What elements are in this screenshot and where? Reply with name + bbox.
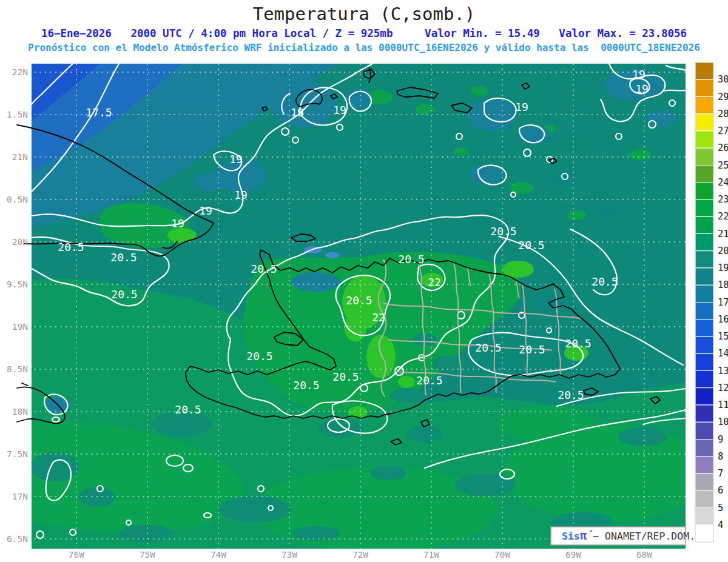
contour-label: 20.5 [518,239,544,252]
colorbar-segment [695,251,713,268]
lat-tick-label: 20N [12,237,28,247]
colorbar-tick-label: 30 [718,74,728,85]
colorbar-segment [695,114,713,131]
lat-tick-label: 6.5N [7,534,28,544]
contour-label: 20.5 [416,374,442,387]
colorbar-tick-label: 5 [718,503,723,513]
colorbar-tick-label: 19 [718,263,728,273]
colorbar-segment [695,234,713,251]
temperature-map: 17.519191919191919191920.520.520.520.520… [0,0,728,562]
contour-label: 19 [229,153,243,166]
colorbar-segment [695,216,713,233]
contour-label: 20.5 [558,389,584,401]
colorbar-tick-label: 16 [718,314,728,325]
lon-tick-label: 74W [211,550,226,560]
subtitle-model-info: Pronóstico con el Modelo Atmósferico WRF… [0,42,728,53]
colorbar: 3029282726252423222120191817161514131211… [695,62,728,542]
contour-label: 20.5 [565,337,591,350]
lon-tick-label: 72W [352,550,368,560]
lon-tick-label: 75W [140,550,155,560]
lat-tick-label: 8.5N [7,364,28,374]
contour-label: 20.5 [110,251,136,264]
lon-tick-label: 68W [636,550,652,560]
lat-tick-label: 9.5N [7,279,28,289]
svg-text:Sisπ́ − ONAMET/REP.DOM.: Sisπ́ − ONAMET/REP.DOM. [562,529,695,542]
colorbar-tick-label: 15 [718,331,728,342]
lon-tick-label: 70W [494,550,510,560]
colorbar-tick-label: 22 [718,211,728,222]
contour-label: 19 [632,68,645,81]
page-title: Temperatura (C,somb.) [0,4,728,24]
contour-label: 20.5 [293,379,319,392]
colorbar-segment [695,457,713,473]
colorbar-segment [695,268,713,285]
colorbar-tick-label: 10 [718,416,728,427]
colorbar-tick-label: 13 [718,366,728,376]
colorbar-tick-label: 18 [718,279,728,290]
contour-label: 20.5 [475,341,501,354]
contour-label: 20.5 [519,343,545,356]
colorbar-tick-label: 21 [718,229,728,239]
lat-tick-label: 0.5N [7,195,28,204]
colorbar-tick-label: 7 [718,468,723,479]
colorbar-segment [695,405,713,422]
contour-label: 20.5 [58,241,84,253]
lon-tick-label: 76W [69,550,84,560]
brand-text: Sis [562,530,580,542]
colorbar-segment [695,508,713,525]
colorbar-segment [695,388,713,405]
lon-tick-label: 69W [565,550,581,560]
contour-label: 19 [333,104,346,116]
colorbar-segment [695,148,713,165]
contour-label: 20.5 [398,253,424,266]
colorbar-tick-label: 28 [718,109,728,119]
colorbar-tick-label: 24 [718,177,728,188]
colorbar-segment [695,353,713,370]
shaded-field [30,64,710,552]
contour-label: 20.5 [251,263,277,275]
colorbar-segment [695,371,713,388]
subtitle-datetime-minmax: 16−Ene−2026 2000 UTC / 4:00 pm Hora Loca… [0,27,728,39]
lat-tick-label: 22N [12,67,28,77]
contour-label: 20.5 [346,294,372,307]
badge-dash: − [593,530,599,542]
contour-label: 19 [291,106,304,119]
colorbar-segment [695,336,713,353]
lat-tick-label: 19N [12,322,28,332]
contour-label: 22 [372,311,385,324]
colorbar-tick-label: 9 [718,434,723,445]
colorbar-segment [695,285,713,302]
lat-tick-label: 1.5N [7,110,28,119]
colorbar-tick-label: 8 [718,451,723,462]
contour-label: 19 [199,204,212,217]
colorbar-segment [695,97,713,114]
contour-label: 19 [635,82,649,95]
contour-label: 19 [234,189,248,201]
colorbar-segment [695,440,713,457]
colorbar-tick-label: 14 [718,348,728,359]
contour-label: 20.5 [592,275,618,288]
colorbar-segment [695,199,713,216]
colorbar-segment [695,303,713,319]
org-text: ONAMET/REP.DOM. [605,530,695,542]
colorbar-segment [695,319,713,336]
contour-label: 19 [515,101,528,113]
colorbar-tick-label: 6 [718,485,723,496]
contour-label: 20.5 [111,288,137,301]
colorbar-segment [695,422,713,439]
contour-label: 20.5 [246,350,272,363]
contour-label: 19 [171,217,184,230]
contour-label: 20.5 [332,370,359,383]
lon-tick-label: 73W [281,550,297,560]
lat-tick-label: 21N [12,152,28,162]
lat-tick-label: 7.5N [7,449,28,459]
lat-tick-label: 17N [12,492,28,501]
contour-label: 20.5 [175,403,201,416]
colorbar-tick-label: 11 [718,400,728,410]
colorbar-tick-label: 12 [718,383,728,393]
attribution-badge: Sisπ́ − ONAMET/REP.DOM. [551,527,695,545]
colorbar-segment [695,525,713,542]
lat-tick-label: 18N [12,407,28,416]
colorbar-tick-label: 29 [718,92,728,102]
colorbar-segment [695,182,713,199]
